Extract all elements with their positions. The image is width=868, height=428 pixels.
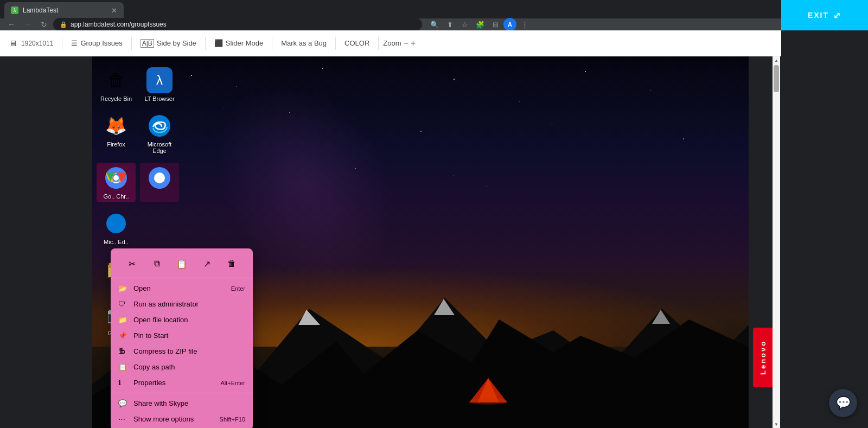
svg-rect-5	[407, 385, 411, 401]
ctx-run-admin-item[interactable]: 🛡 Run as administrator	[111, 296, 253, 312]
ctx-skype-icon: 💬	[118, 399, 128, 407]
ctx-paste-icon[interactable]: 📋	[173, 255, 191, 272]
svg-rect-8	[439, 384, 444, 401]
slider-mode-item[interactable]: ⬛ Slider Mode	[210, 37, 267, 49]
bookmark-icon[interactable]: ☆	[458, 18, 472, 30]
svg-rect-9	[396, 387, 400, 403]
tent-icon	[467, 375, 510, 405]
scroll-up-arrow[interactable]: ▲	[773, 56, 780, 64]
ctx-skype-label: Share with Skype	[133, 399, 245, 407]
ctx-compress-icon: 🗜	[118, 347, 128, 355]
address-bar-container[interactable]: 🔒	[53, 18, 422, 31]
zoom-label: Zoom	[383, 39, 401, 47]
ctx-props-label: Properties	[133, 379, 215, 387]
ctx-properties-item[interactable]: ℹ Properties Alt+Enter	[111, 375, 253, 391]
menu-icon[interactable]: ⋮	[518, 18, 532, 30]
address-bar-row: ← → ↻ 🔒 🔍 ⬆ ☆ 🧩 ⊟ A ⋮ EXIT ⤢	[0, 18, 868, 30]
microsoft-edge-icon[interactable]: Microsoft Edge	[140, 111, 179, 156]
chrome-label: Go.. Chr..	[103, 193, 129, 200]
context-menu: ✂ ⧉ 📋 ↗ 🗑 📂 Open Enter 🛡 Run as administ…	[111, 248, 253, 428]
color-item[interactable]: COLOR	[340, 37, 374, 49]
svg-rect-6	[418, 382, 422, 401]
lenovo-label: Lenovo	[759, 340, 767, 375]
toolbar-divider-5	[335, 37, 336, 50]
ctx-skype-item[interactable]: 💬 Share with Skype	[111, 395, 253, 411]
chrome2-icon[interactable]	[140, 163, 179, 202]
split-icon[interactable]: ⊟	[488, 18, 502, 30]
ctx-separator-1	[111, 393, 253, 393]
context-menu-toolbar: ✂ ⧉ 📋 ↗ 🗑	[111, 252, 253, 278]
search-icon[interactable]: 🔍	[427, 18, 442, 30]
ctx-compress-label: Compress to ZIP file	[133, 347, 245, 355]
resolution-label: 1920x1011	[21, 40, 53, 47]
toolbar-divider-6	[378, 37, 379, 50]
chat-button[interactable]: 💬	[829, 389, 857, 417]
scrollbar[interactable]: ▲ ▼	[773, 56, 780, 428]
avatar[interactable]: A	[503, 18, 516, 31]
group-issues-item[interactable]: ☰ Group Issues	[67, 37, 126, 49]
toolbar-divider-1	[62, 37, 62, 50]
url-input[interactable]	[71, 21, 416, 28]
google-chrome-icon[interactable]: Go.. Chr..	[97, 163, 136, 202]
tab-close-icon[interactable]: ✕	[111, 7, 117, 15]
toolbar-divider-3	[205, 37, 206, 50]
ctx-open-icon: 📂	[118, 284, 128, 292]
lock-icon: 🔒	[60, 21, 67, 28]
ctx-more-options-item[interactable]: ⋯ Show more options Shift+F10	[111, 411, 253, 427]
reload-button[interactable]: ↻	[37, 18, 51, 30]
forward-button[interactable]: →	[21, 18, 35, 30]
icon-row-4: Mic.. Ed..	[97, 208, 183, 247]
back-button[interactable]: ←	[4, 18, 18, 30]
ctx-delete-icon[interactable]: 🗑	[222, 255, 241, 272]
edge-label: Microsoft Edge	[142, 141, 177, 154]
ctx-cut-icon[interactable]: ✂	[123, 255, 141, 272]
mark-bug-item[interactable]: Mark as a Bug	[277, 37, 331, 49]
ctx-run-admin-icon: 🛡	[118, 300, 128, 308]
lt-browser-label: LT Browser	[144, 95, 174, 102]
ctx-more-shortcut: Shift+F10	[220, 416, 245, 423]
firefox-icon[interactable]: 🦊 Firefox	[97, 111, 136, 156]
ctx-open-location-item[interactable]: 📁 Open file location	[111, 312, 253, 328]
zoom-minus-button[interactable]: −	[404, 39, 409, 48]
browser-chrome: λ LambdaTest ✕ ← → ↻ 🔒 🔍 ⬆ ☆ 🧩 ⊟ A ⋮ EXI…	[0, 0, 868, 30]
toolbar-icons-right: 🔍 ⬆ ☆ 🧩 ⊟ A ⋮	[427, 18, 532, 31]
ctx-open-label: Open	[133, 284, 226, 292]
ctx-open-item[interactable]: 📂 Open Enter	[111, 280, 253, 296]
zoom-plus-button[interactable]: +	[411, 39, 416, 48]
ctx-more-icon: ⋯	[118, 415, 128, 423]
ctx-props-shortcut: Alt+Enter	[220, 380, 245, 386]
icon-row-2: 🦊 Firefox Microsoft Edge	[97, 111, 183, 156]
mark-bug-label: Mark as a Bug	[281, 39, 327, 47]
ctx-location-icon: 📁	[118, 316, 128, 324]
ctx-compress-item[interactable]: 🗜 Compress to ZIP file	[111, 343, 253, 359]
slider-mode-label: Slider Mode	[226, 39, 263, 47]
slider-icon: ⬛	[214, 39, 223, 47]
svg-point-21	[106, 214, 126, 233]
firefox-label: Firefox	[107, 141, 125, 148]
ctx-copy-path-item[interactable]: 📋 Copy as path	[111, 359, 253, 375]
monitor-icon: 🖥	[9, 39, 17, 48]
group-issues-label: Group Issues	[80, 39, 122, 47]
active-tab[interactable]: λ LambdaTest ✕	[4, 2, 124, 18]
exit-button[interactable]: EXIT ⤢	[781, 0, 868, 30]
recycle-bin-icon[interactable]: 🗑 Recycle Bin	[97, 65, 136, 104]
toolbar-divider-2	[131, 37, 132, 50]
chat-icon: 💬	[836, 396, 851, 410]
recycle-bin-label: Recycle Bin	[100, 95, 132, 102]
ctx-copy-icon[interactable]: ⧉	[148, 255, 166, 272]
svg-rect-7	[429, 387, 432, 403]
toolbar-divider-4	[272, 37, 272, 50]
lt-browser-icon[interactable]: λ LT Browser	[140, 65, 179, 104]
lt-toolbar: 🖥 1920x1011 ☰ Group Issues A|B Side by S…	[0, 30, 781, 56]
ctx-share-icon[interactable]: ↗	[197, 255, 216, 272]
ctx-run-admin-label: Run as administrator	[133, 300, 245, 308]
side-by-side-item[interactable]: A|B Side by Side	[136, 37, 201, 50]
ctx-pin-start-item[interactable]: 📌 Pin to Start	[111, 328, 253, 343]
tab-favicon: λ	[11, 7, 18, 14]
ctx-copy-path-icon: 📋	[118, 363, 128, 371]
extension-icon[interactable]: 🧩	[473, 18, 487, 30]
scroll-down-arrow[interactable]: ▼	[773, 420, 780, 428]
edge2-icon[interactable]: Mic.. Ed..	[97, 208, 136, 247]
share-icon[interactable]: ⬆	[443, 18, 457, 30]
scroll-thumb[interactable]	[774, 65, 779, 92]
